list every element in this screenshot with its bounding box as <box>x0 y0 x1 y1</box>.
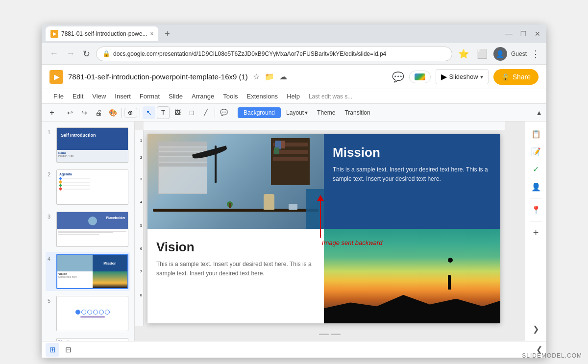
meet-icon <box>415 73 425 80</box>
menu-arrange[interactable]: Arrange <box>188 91 218 102</box>
slide-img-2: Agenda <box>56 170 128 205</box>
sidebar-contacts-icon[interactable]: 👤 <box>528 178 544 195</box>
menu-edit[interactable]: Edit <box>69 91 87 102</box>
menu-tools[interactable]: Tools <box>219 91 242 102</box>
share-btn[interactable]: 🔒 Share <box>493 69 539 85</box>
new-tab-btn[interactable]: + <box>160 27 174 41</box>
share-label: Share <box>513 73 531 81</box>
menu-help[interactable]: Help <box>283 91 304 102</box>
menu-dots[interactable]: ⋮ <box>531 48 540 60</box>
forward-btn[interactable]: → <box>64 47 77 61</box>
slide-tr-quadrant: Mission This is a sample text. Insert yo… <box>324 134 500 229</box>
vision-title: Vision <box>156 240 315 255</box>
menu-bar: File Edit View Insert Format Slide Arran… <box>42 89 546 104</box>
browser-window: ▶ 7881-01-self-introduction-powe... × + … <box>42 24 546 358</box>
person-silhouette <box>448 275 451 290</box>
layout-dropdown-icon: ▾ <box>305 109 308 116</box>
right-sidebar: 📋 📝 ✓ 👤 📍 + ❯ <box>525 121 546 341</box>
window-close-btn[interactable]: ✕ <box>533 28 542 40</box>
slide-panel[interactable]: 1 Self Introduction Name Position / Titl… <box>42 121 135 341</box>
slide-canvas[interactable]: Mission This is a sample text. Insert yo… <box>147 134 500 323</box>
slide-img-4: Mission Vision Sample text here <box>56 254 128 289</box>
tab-search-icon[interactable]: ⬜ <box>475 47 490 61</box>
list-view-btn[interactable]: ⊟ <box>61 343 75 357</box>
url-text: docs.google.com/presentation/d/1D9CiL08o… <box>113 50 386 57</box>
address-bar: ← → ↻ 🔒 docs.google.com/presentation/d/1… <box>42 43 546 65</box>
vision-text: This is a sample text. Insert your desir… <box>156 260 315 278</box>
comment-tool[interactable]: 💬 <box>218 106 230 119</box>
line-tool[interactable]: ╱ <box>199 106 212 119</box>
back-btn[interactable]: ← <box>48 47 60 61</box>
sidebar-tasks-icon[interactable]: ✓ <box>528 161 544 177</box>
doc-title[interactable]: 7881-01-self-introduction-powerpoint-tem… <box>68 73 248 81</box>
menu-extensions[interactable]: Extensions <box>243 91 282 102</box>
slide-thumb-4[interactable]: 4 Mission Vision Sample text here <box>46 252 130 291</box>
folder-icon[interactable]: 📁 <box>265 72 274 81</box>
shape-tool[interactable]: ◻ <box>185 106 198 119</box>
slideshow-dropdown[interactable]: ▾ <box>480 73 483 80</box>
slide-thumb-3[interactable]: 3 Placeholder <box>46 210 130 249</box>
slideshow-label: Slideshow <box>449 73 478 80</box>
image-tool[interactable]: 🖼 <box>171 106 184 119</box>
sidebar-notes-icon[interactable]: 📝 <box>528 143 544 160</box>
meet-btn[interactable] <box>409 71 431 83</box>
slide-tl-quadrant <box>147 134 324 229</box>
main-content: 1 Self Introduction Name Position / Titl… <box>42 121 546 341</box>
sidebar-maps-icon[interactable]: 📍 <box>528 201 544 218</box>
slide-thumb-6[interactable]: 6 Education <box>46 336 130 341</box>
active-tab[interactable]: ▶ 7881-01-self-introduction-powe... × <box>46 26 158 41</box>
slide-num-3: 3 <box>48 214 53 219</box>
bottom-bar: ⊞ ⊟ ❮ <box>42 341 546 358</box>
menu-file[interactable]: File <box>49 91 68 102</box>
paint-format-btn[interactable]: 🎨 <box>106 106 119 119</box>
background-btn[interactable]: Background <box>238 107 281 118</box>
bookmark-icon[interactable]: ⭐ <box>456 47 471 61</box>
menu-format[interactable]: Format <box>136 91 164 102</box>
share-lock-icon: 🔒 <box>501 73 510 81</box>
profile-icon[interactable]: 👤 <box>493 47 507 61</box>
slide-num-4: 4 <box>48 256 53 262</box>
slide-num-2: 2 <box>48 171 53 177</box>
sidebar-expand-btn[interactable]: ❯ <box>528 320 544 337</box>
slide-thumb-2[interactable]: 2 Agenda <box>46 168 130 207</box>
menu-view[interactable]: View <box>88 91 110 102</box>
collapse-toolbar-btn[interactable]: ▲ <box>536 109 542 117</box>
mission-text: This is a sample text. Insert your desir… <box>333 165 491 183</box>
zoom-control[interactable]: ⊕ <box>124 108 137 118</box>
window-max-btn[interactable]: ❐ <box>518 28 529 40</box>
window-min-btn[interactable]: — <box>503 27 514 40</box>
slide-thumb-5[interactable]: 5 <box>46 294 130 333</box>
divider-1 <box>61 108 61 118</box>
transition-btn[interactable]: Transition <box>341 107 374 118</box>
slide-num-5: 5 <box>48 298 53 304</box>
window-controls: — ❐ ✕ <box>503 27 542 40</box>
sidebar-add-btn[interactable]: + <box>528 224 544 241</box>
ruler-top: 1 2 3 4 5 6 7 8 9 10 11 <box>144 121 505 130</box>
menu-slide[interactable]: Slide <box>165 91 187 102</box>
title-bar: ▶ 7881-01-self-introduction-powe... × + … <box>42 24 546 43</box>
slide-img-5 <box>56 296 128 331</box>
star-icon[interactable]: ☆ <box>253 72 260 81</box>
grid-view-btn[interactable]: ⊞ <box>46 343 59 357</box>
refresh-btn[interactable]: ↻ <box>81 47 92 61</box>
print-btn[interactable]: 🖨 <box>92 106 105 119</box>
redo-btn[interactable]: ↪ <box>78 106 91 119</box>
sidebar-docs-icon[interactable]: 📋 <box>528 125 544 142</box>
url-bar[interactable]: 🔒 docs.google.com/presentation/d/1D9CiL0… <box>96 47 452 61</box>
comment-icon[interactable]: 💬 <box>392 71 404 83</box>
layout-btn[interactable]: Layout ▾ <box>282 107 312 118</box>
slide-img-1: Self Introduction Name Position / Title <box>56 127 128 163</box>
theme-btn[interactable]: Theme <box>313 107 339 118</box>
textbox-tool[interactable]: T <box>157 106 170 119</box>
slide-bl-quadrant: Vision This is a sample text. Insert you… <box>147 229 324 323</box>
add-btn[interactable]: + <box>46 106 58 119</box>
tab-close-btn[interactable]: × <box>150 30 153 37</box>
slide-thumb-1[interactable]: 1 Self Introduction Name Position / Titl… <box>46 125 130 165</box>
profile-label: Guest <box>511 50 527 57</box>
slideshow-btn[interactable]: ▶ Slideshow ▾ <box>436 69 488 84</box>
select-tool[interactable]: ↖ <box>143 106 155 119</box>
slide-num-6: 6 <box>48 340 53 341</box>
menu-insert[interactable]: Insert <box>111 91 135 102</box>
cloud-icon[interactable]: ☁ <box>279 72 287 81</box>
undo-btn[interactable]: ↩ <box>64 106 76 119</box>
